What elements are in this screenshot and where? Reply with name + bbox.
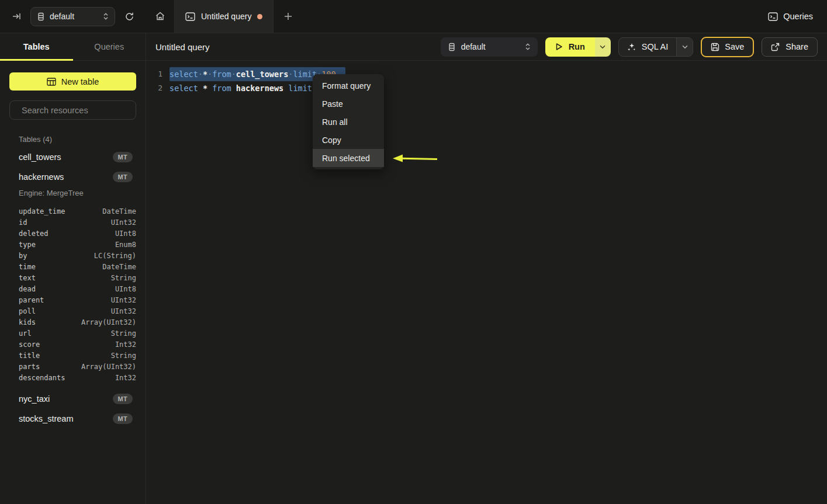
chevron-updown-icon bbox=[103, 12, 109, 20]
token-keyword: limit bbox=[288, 84, 312, 93]
column-row: kidsArray(UInt32) bbox=[9, 317, 136, 328]
sidebar-tabs: Tables Queries bbox=[0, 33, 146, 61]
table-name: cell_towers bbox=[19, 152, 61, 162]
refresh-icon bbox=[124, 12, 134, 22]
column-name: type bbox=[19, 241, 36, 249]
engine-badge: MT bbox=[113, 172, 133, 182]
collapse-sidebar-icon bbox=[12, 12, 21, 21]
unsaved-changes-dot bbox=[257, 14, 262, 19]
query-title: Untitled query bbox=[155, 42, 210, 52]
context-menu-item-run-selected[interactable]: Run selected bbox=[313, 149, 384, 167]
column-type: Int32 bbox=[115, 374, 136, 382]
column-row: textString bbox=[9, 272, 136, 283]
refresh-button[interactable] bbox=[122, 9, 137, 24]
column-name: by bbox=[19, 252, 27, 260]
sql-ai-button[interactable]: SQL AI bbox=[619, 38, 676, 56]
engine-badge: MT bbox=[113, 413, 133, 424]
context-menu-item-paste[interactable]: Paste bbox=[313, 95, 384, 113]
plus-icon bbox=[284, 12, 292, 20]
table-row-cell_towers[interactable]: cell_towersMT bbox=[9, 147, 136, 167]
body: Tables Queries New table Tables (4) cell… bbox=[0, 33, 827, 504]
column-row: deletedUInt8 bbox=[9, 228, 136, 239]
token-keyword: from bbox=[212, 69, 231, 79]
column-row: typeEnum8 bbox=[9, 239, 136, 250]
collapse-sidebar-button[interactable] bbox=[9, 9, 23, 23]
run-button-label: Run bbox=[569, 42, 585, 51]
column-name: deleted bbox=[19, 230, 49, 238]
column-row: parentUInt32 bbox=[9, 294, 136, 305]
column-row: idUInt32 bbox=[9, 217, 136, 228]
toolbar-database-selector[interactable]: default bbox=[441, 37, 538, 57]
tab-strip: Untitled query bbox=[146, 0, 754, 33]
column-row: timeDateTime bbox=[9, 261, 136, 272]
table-name: stocks_stream bbox=[19, 414, 73, 423]
column-type: UInt32 bbox=[111, 296, 136, 304]
code-lines: 1select·*·from·cell_towers·limit·1002sel… bbox=[146, 67, 827, 95]
column-row: titleString bbox=[9, 350, 136, 361]
home-icon bbox=[155, 11, 165, 22]
column-name: descendants bbox=[19, 374, 65, 382]
column-name: poll bbox=[19, 307, 36, 315]
code-text: select * from hackernews limit bbox=[169, 81, 317, 95]
sidebar-tab-queries[interactable]: Queries bbox=[73, 33, 146, 60]
sidebar-tab-tables[interactable]: Tables bbox=[0, 33, 73, 60]
column-type: String bbox=[111, 352, 136, 360]
search-input[interactable] bbox=[22, 106, 131, 115]
main-header: Untitled query default Run bbox=[146, 33, 827, 61]
queries-button[interactable]: Queries bbox=[768, 12, 813, 21]
home-tab[interactable] bbox=[146, 0, 174, 33]
database-selector[interactable]: default bbox=[30, 7, 115, 26]
column-name: update_time bbox=[19, 207, 65, 215]
column-type: String bbox=[111, 274, 136, 282]
engine-badge: MT bbox=[113, 394, 133, 404]
context-menu-item-format-query[interactable]: Format query bbox=[313, 77, 384, 95]
terminal-icon bbox=[185, 12, 195, 21]
sidebar: Tables Queries New table Tables (4) cell… bbox=[0, 33, 146, 504]
column-type: Array(UInt32) bbox=[81, 363, 136, 371]
engine-badge: MT bbox=[113, 152, 133, 162]
database-selector-value: default bbox=[50, 12, 98, 21]
topbar-left-section: default bbox=[0, 0, 146, 33]
context-menu-item-copy[interactable]: Copy bbox=[313, 131, 384, 149]
share-button[interactable]: Share bbox=[762, 37, 818, 57]
new-tab-button[interactable] bbox=[274, 0, 302, 33]
column-name: score bbox=[19, 340, 40, 349]
token-identifier: hackernews bbox=[236, 84, 283, 93]
table-row-hackernews[interactable]: hackernewsMT bbox=[9, 167, 136, 187]
tab-label: Untitled query bbox=[201, 12, 251, 21]
line-number: 1 bbox=[146, 67, 162, 81]
column-name: dead bbox=[19, 285, 36, 293]
token-operator: * bbox=[203, 69, 207, 79]
sql-ai-options-button[interactable] bbox=[676, 38, 693, 56]
share-button-label: Share bbox=[786, 42, 808, 51]
column-type: UInt32 bbox=[111, 307, 136, 315]
tab-untitled-query[interactable]: Untitled query bbox=[174, 0, 274, 33]
run-button[interactable]: Run bbox=[545, 37, 595, 57]
column-name: title bbox=[19, 352, 40, 360]
toolbar-database-value: default bbox=[461, 42, 520, 51]
external-link-icon bbox=[771, 43, 780, 51]
chevron-down-icon bbox=[682, 45, 688, 49]
save-button[interactable]: Save bbox=[701, 37, 754, 57]
column-type: DateTime bbox=[102, 207, 136, 215]
token-space: · bbox=[231, 69, 236, 79]
table-columns-list: update_timeDateTimeidUInt32deletedUInt8t… bbox=[9, 206, 136, 383]
chevron-down-icon bbox=[600, 45, 605, 49]
terminal-icon bbox=[768, 12, 778, 21]
column-type: UInt8 bbox=[115, 285, 136, 293]
tables-list: cell_towersMThackernewsMTEngine: MergeTr… bbox=[9, 147, 136, 429]
code-line: 2select * from hackernews limit bbox=[146, 81, 827, 95]
new-table-button[interactable]: New table bbox=[9, 72, 136, 91]
run-options-button[interactable] bbox=[595, 37, 611, 57]
sql-editor[interactable]: 1select·*·from·cell_towers·limit·1002sel… bbox=[146, 61, 827, 504]
context-menu-item-run-all[interactable]: Run all bbox=[313, 113, 384, 131]
token-space: · bbox=[207, 69, 212, 79]
queries-button-label: Queries bbox=[783, 12, 813, 21]
table-engine-label: Engine: MergeTree bbox=[9, 187, 136, 202]
sparkles-icon bbox=[627, 42, 636, 51]
column-row: urlString bbox=[9, 328, 136, 339]
table-row-stocks_stream[interactable]: stocks_streamMT bbox=[9, 409, 136, 429]
play-icon bbox=[555, 43, 563, 51]
table-row-nyc_taxi[interactable]: nyc_taxiMT bbox=[9, 389, 136, 409]
column-type: UInt32 bbox=[111, 218, 136, 227]
